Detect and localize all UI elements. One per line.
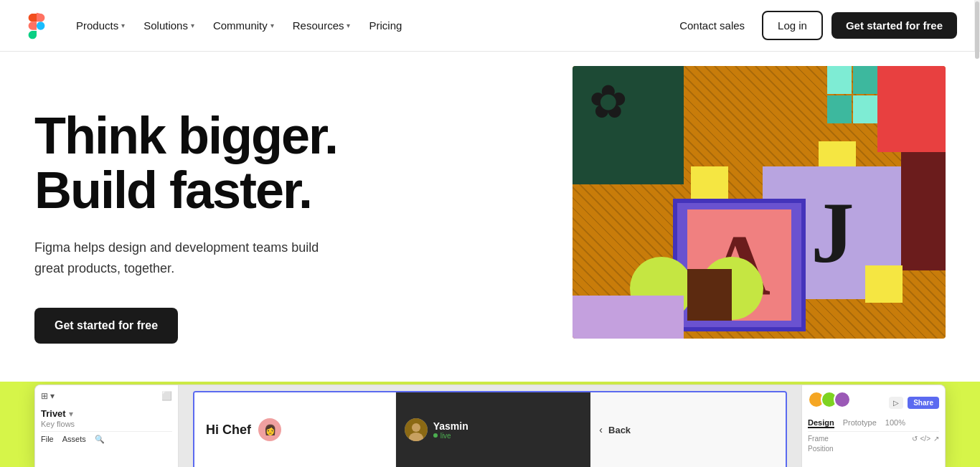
teal-cell-3 <box>827 95 852 123</box>
toggle-icon[interactable]: ⬜ <box>161 391 172 401</box>
ui-left-panel: ⊞ ▾ ⬜ Trivet ▾ Key flows File Assets 🔍 <box>35 385 179 467</box>
illus-yellow-br <box>865 265 903 303</box>
illus-green-cell: ✿ <box>573 66 684 184</box>
live-dot-icon <box>433 433 438 438</box>
collaborator-avatars <box>808 391 847 408</box>
navbar: Products ▾ Solutions ▾ Community ▾ Resou… <box>0 0 980 52</box>
canvas-right-card: ‹ Back <box>590 392 786 467</box>
ui-panel-top: ⊞ ▾ ⬜ <box>41 391 172 401</box>
nav-solutions[interactable]: Solutions ▾ <box>135 14 203 37</box>
scrollbar[interactable] <box>974 0 980 51</box>
navbar-left: Products ▾ Solutions ▾ Community ▾ Resou… <box>23 12 410 39</box>
illus-bottom-purple <box>573 296 684 339</box>
avatar-3 <box>834 391 851 408</box>
illus-brown-block <box>687 269 732 321</box>
search-icon[interactable]: 🔍 <box>95 435 105 444</box>
illus-teal-grid <box>827 66 877 123</box>
nav-pricing[interactable]: Pricing <box>360 14 410 37</box>
nav-links: Products ▾ Solutions ▾ Community ▾ Resou… <box>67 14 410 37</box>
file-tab[interactable]: File <box>41 435 54 444</box>
canvas-frame: Hi Chef 👩 Yasmin live <box>193 391 787 467</box>
illus-maroon-strip <box>901 152 946 270</box>
code-icon[interactable]: </> <box>920 435 930 443</box>
canvas-hi-text: Hi Chef <box>206 423 251 438</box>
illus-red-block <box>877 66 946 152</box>
login-button[interactable]: Log in <box>762 11 823 40</box>
figma-ui-preview: ⊞ ▾ ⬜ Trivet ▾ Key flows File Assets 🔍 H… <box>34 385 946 467</box>
nav-resources[interactable]: Resources ▾ <box>284 14 359 37</box>
ui-panel-tabs: File Assets 🔍 <box>41 431 172 447</box>
bottom-preview-section: ⊞ ▾ ⬜ Trivet ▾ Key flows File Assets 🔍 H… <box>0 382 980 467</box>
canvas-chef-avatar: 👩 <box>258 418 281 441</box>
illus-flower-icon: ✿ <box>573 66 644 138</box>
design-tab[interactable]: Design <box>808 418 834 428</box>
zoom-value: 100% <box>885 418 905 428</box>
solutions-chevron-icon: ▾ <box>191 22 194 29</box>
ui-right-panel: ▷ Share Design Prototype 100% Frame ↺ </… <box>801 385 945 467</box>
prototype-tab[interactable]: Prototype <box>843 418 877 428</box>
navbar-right: Contact sales Log in Get started for fre… <box>671 11 957 40</box>
teal-cell-2 <box>853 66 877 94</box>
canvas-yasmin-avatar <box>405 418 428 441</box>
hero-subtext: Figma helps design and development teams… <box>34 237 336 279</box>
frame-label: Frame <box>808 435 829 443</box>
layers-icon: ⊞ ▾ <box>41 391 55 401</box>
play-button[interactable]: ▷ <box>889 397 903 409</box>
hero-headline: Think bigger. Build faster. <box>34 109 407 217</box>
back-arrow-icon: ‹ <box>599 424 603 435</box>
canvas-mid-info: Yasmin live <box>433 420 468 440</box>
nav-products[interactable]: Products ▾ <box>67 14 133 37</box>
position-row: Position <box>808 445 939 453</box>
position-label: Position <box>808 445 834 453</box>
canvas-left-card: Hi Chef 👩 <box>194 392 396 467</box>
hero-section: Think bigger. Build faster. Figma helps … <box>0 52 980 382</box>
canvas-mid-card: Yasmin live <box>396 392 591 467</box>
hero-text: Think bigger. Build faster. Figma helps … <box>34 95 407 344</box>
key-flows-label: Key flows <box>41 420 172 428</box>
products-chevron-icon: ▾ <box>121 22 125 29</box>
assets-tab[interactable]: Assets <box>62 435 86 444</box>
hero-illustration: ✿ J A <box>573 66 946 339</box>
back-text: Back <box>608 425 631 435</box>
get-started-button[interactable]: Get started for free <box>831 12 957 39</box>
export-icon[interactable]: ↗ <box>933 435 939 443</box>
panel-actions: ▷ Share <box>889 397 939 409</box>
ui-canvas: Hi Chef 👩 Yasmin live <box>179 385 801 467</box>
live-badge: live <box>433 432 468 440</box>
figma-logo[interactable] <box>23 12 50 39</box>
project-name: Trivet ▾ <box>41 407 172 420</box>
share-button[interactable]: Share <box>908 397 939 409</box>
community-chevron-icon: ▾ <box>270 22 274 29</box>
teal-cell-1 <box>827 66 852 94</box>
scrollbar-thumb <box>975 1 979 59</box>
resources-chevron-icon: ▾ <box>347 22 350 29</box>
frame-row: Frame ↺ </> ↗ <box>808 435 939 443</box>
svg-point-1 <box>412 423 420 432</box>
rotate-icon[interactable]: ↺ <box>912 435 918 443</box>
frame-icons: ↺ </> ↗ <box>912 435 939 443</box>
nav-community[interactable]: Community ▾ <box>204 14 283 37</box>
hero-cta-button[interactable]: Get started for free <box>34 308 178 344</box>
design-tabs: Design Prototype 100% <box>808 418 939 432</box>
teal-cell-4 <box>853 95 877 123</box>
contact-sales-link[interactable]: Contact sales <box>671 14 753 37</box>
